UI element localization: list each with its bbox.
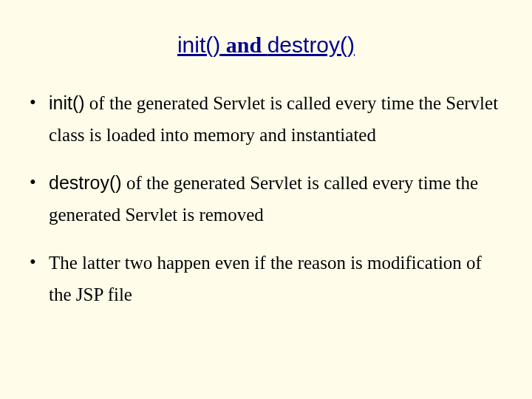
list-item: destroy() of the generated Servlet is ca… [27,167,505,231]
bullet-lead: init() [49,92,85,113]
bullet-list: init() of the generated Servlet is calle… [27,87,505,310]
bullet-text: The latter two happen even if the reason… [49,253,482,304]
slide-title: init() and destroy() [27,33,505,58]
title-part-destroy: destroy() [267,33,355,57]
title-part-init: init() [177,33,220,57]
bullet-lead: destroy() [49,172,122,193]
list-item: The latter two happen even if the reason… [27,247,505,310]
list-item: init() of the generated Servlet is calle… [27,87,505,151]
title-part-and: and [220,33,267,57]
bullet-text: of the generated Servlet is called every… [49,93,498,145]
